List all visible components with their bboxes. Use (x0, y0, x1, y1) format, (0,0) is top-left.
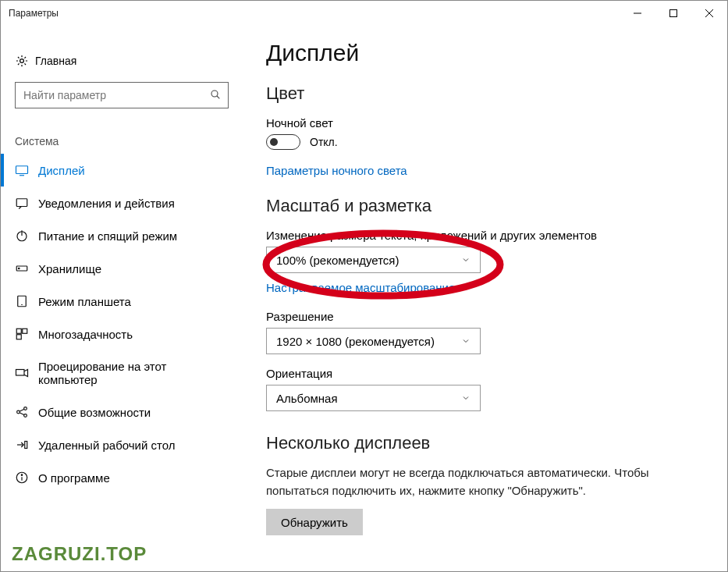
multitask-icon (15, 327, 38, 341)
svg-rect-17 (23, 329, 27, 333)
night-light-toggle[interactable] (266, 134, 300, 150)
custom-scale-link[interactable]: Настраиваемое масштабирование (266, 281, 455, 294)
search-box[interactable] (15, 82, 229, 108)
chevron-down-icon (461, 393, 471, 403)
sidebar-item-about[interactable]: О программе (1, 461, 243, 494)
chevron-down-icon (461, 336, 471, 346)
svg-rect-16 (16, 329, 21, 333)
orientation-dropdown[interactable]: Альбомная (266, 385, 481, 411)
minimize-button[interactable] (620, 1, 655, 26)
watermark: ZAGRUZI.TOP (12, 543, 147, 565)
svg-line-24 (20, 413, 24, 415)
sidebar-item-label: Питание и спящий режим (38, 229, 177, 243)
search-input[interactable] (22, 88, 209, 102)
power-icon (15, 229, 38, 243)
orientation-label: Ориентация (266, 367, 704, 380)
section-system-heading: Система (1, 108, 243, 154)
resolution-label: Разрешение (266, 310, 704, 323)
sidebar-item-notifications[interactable]: Уведомления и действия (1, 187, 243, 219)
svg-line-6 (217, 96, 219, 98)
svg-line-23 (20, 409, 24, 411)
scale-dropdown[interactable]: 100% (рекомендуется) (266, 247, 481, 273)
sidebar-item-storage[interactable]: Хранилище (1, 252, 243, 285)
svg-point-28 (21, 474, 22, 475)
close-button[interactable] (691, 1, 727, 26)
section-multi-heading: Несколько дисплеев (266, 433, 704, 453)
sidebar-item-label: Хранилище (38, 262, 101, 275)
home-label: Главная (35, 55, 76, 67)
sidebar-item-multitask[interactable]: Многозадачность (1, 318, 243, 350)
sidebar-item-display[interactable]: Дисплей (1, 154, 243, 187)
sidebar-item-project[interactable]: Проецирование на этот компьютер (1, 350, 243, 396)
gear-icon (15, 54, 35, 68)
main-panel: Дисплей Цвет Ночной свет Откл. Параметры… (243, 26, 727, 571)
detect-button[interactable]: Обнаружить (266, 509, 363, 535)
section-scale-heading: Масштаб и разметка (266, 196, 704, 216)
home-link[interactable]: Главная (1, 48, 243, 76)
orientation-value: Альбомная (276, 392, 338, 405)
sidebar-item-tablet[interactable]: Режим планшета (1, 285, 243, 318)
sidebar-item-shared[interactable]: Общие возможности (1, 396, 243, 428)
sidebar-item-label: О программе (38, 471, 110, 485)
sidebar-item-label: Дисплей (38, 164, 85, 177)
maximize-button[interactable] (655, 1, 691, 26)
night-light-settings-link[interactable]: Параметры ночного света (266, 164, 407, 177)
sidebar-item-label: Проецирование на этот компьютер (38, 360, 229, 386)
storage-icon (15, 261, 38, 275)
shared-icon (15, 405, 38, 419)
notifications-icon (15, 196, 38, 210)
svg-rect-25 (25, 442, 27, 449)
scale-value: 100% (рекомендуется) (276, 254, 399, 267)
info-icon (15, 471, 38, 485)
window-controls (620, 1, 727, 26)
sidebar-item-power[interactable]: Питание и спящий режим (1, 219, 243, 252)
svg-point-4 (20, 59, 24, 63)
sidebar: Главная Система Дисплей Уведомления и де… (1, 26, 243, 571)
toggle-state-text: Откл. (310, 136, 338, 148)
titlebar: Параметры (1, 1, 727, 26)
night-light-label: Ночной свет (266, 116, 704, 130)
sidebar-item-label: Общие возможности (38, 406, 151, 419)
sidebar-item-label: Режим планшета (38, 295, 131, 308)
svg-rect-7 (16, 166, 28, 174)
resolution-dropdown[interactable]: 1920 × 1080 (рекомендуется) (266, 328, 481, 354)
svg-point-13 (19, 268, 20, 269)
svg-point-5 (211, 91, 218, 97)
chevron-down-icon (461, 255, 471, 265)
svg-rect-9 (16, 199, 27, 207)
sidebar-item-label: Уведомления и действия (38, 197, 175, 210)
sidebar-item-label: Удаленный рабочий стол (38, 439, 175, 452)
search-icon (209, 88, 222, 103)
sidebar-item-label: Многозадачность (38, 328, 133, 341)
resolution-value: 1920 × 1080 (рекомендуется) (276, 335, 435, 348)
remote-icon (15, 438, 38, 452)
scale-label: Изменение размера текста, приложений и д… (266, 229, 704, 242)
svg-rect-1 (670, 10, 677, 17)
tablet-icon (15, 294, 38, 308)
multi-display-text: Старые дисплеи могут не всегда подключат… (266, 464, 704, 499)
display-icon (15, 163, 38, 177)
svg-rect-19 (16, 370, 25, 376)
project-icon (15, 366, 38, 380)
page-title: Дисплей (266, 40, 704, 66)
sidebar-item-remote[interactable]: Удаленный рабочий стол (1, 428, 243, 461)
svg-rect-18 (16, 335, 21, 339)
window-title: Параметры (9, 8, 59, 19)
section-color-heading: Цвет (266, 83, 704, 104)
